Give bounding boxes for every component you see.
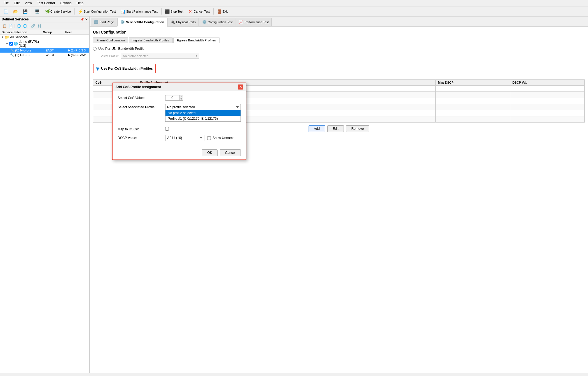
dscp-value-label: DSCP Value:: [118, 136, 162, 140]
dialog-footer: OK Cancel: [113, 147, 246, 159]
unlink-button[interactable]: ⛓️: [36, 23, 42, 29]
tab-start-page[interactable]: ℹ️ Start Page: [91, 18, 117, 26]
map-to-dscp-checkbox[interactable]: [165, 127, 169, 131]
panel-pin-icon[interactable]: 📌: [80, 18, 84, 21]
tab-physical-ports[interactable]: 🔌 Physical Ports: [167, 18, 199, 26]
remove-button[interactable]: Remove: [346, 125, 369, 132]
menu-view[interactable]: View: [22, 1, 34, 6]
tree-item-port-0[interactable]: 🔧 (0) P-0-3-2 EAST ▶ (1) P-0-3-3: [0, 48, 89, 53]
cancel-test-button[interactable]: ✖ Cancel Test: [186, 8, 211, 15]
add-item-button[interactable]: 🌐: [16, 23, 22, 29]
port-1-label: (1) P-0-3-3: [15, 53, 31, 57]
start-perf-test-label: Start Performance Test: [126, 10, 158, 13]
save-icon: 💾: [23, 9, 27, 14]
all-services-label: All Services: [10, 35, 28, 39]
show-unnamed-checkbox[interactable]: [207, 136, 211, 140]
map-dscp-cell: [436, 104, 510, 110]
menu-options[interactable]: Options: [58, 1, 74, 6]
profile-select-dropdown[interactable]: No profile selected ▾: [121, 53, 199, 59]
per-cos-label[interactable]: Use Per-CoS Bandwidth Profiles: [101, 67, 153, 70]
save-button[interactable]: 💾: [21, 8, 29, 15]
profile-select-row: Select Profile: No profile selected ▾: [100, 53, 585, 59]
spinbox-down-button[interactable]: ▼: [179, 98, 183, 101]
dscp-val-cell: [510, 116, 585, 123]
start-perf-test-icon: 📊: [121, 9, 125, 14]
panel-separator: [15, 24, 15, 28]
cos-value-spinbox-input[interactable]: [165, 95, 179, 101]
tree-item-all-services[interactable]: ▼ 📁 All Services: [0, 35, 89, 39]
cos-radio: Use Per-CoS Bandwidth Profiles: [96, 67, 153, 70]
add-cos-profile-dialog: Add CoS Profile Assignment ✕ Select CoS …: [112, 83, 246, 160]
menu-test-control[interactable]: Test Control: [35, 1, 57, 6]
new-button[interactable]: 📄: [2, 8, 10, 15]
ok-button[interactable]: OK: [202, 149, 217, 156]
dropdown-item-profile-1[interactable]: Profile #1 (C:0/12176, E:0/12176): [165, 116, 241, 121]
per-cos-radio[interactable]: [96, 67, 99, 70]
config-item-button[interactable]: 🌐: [22, 23, 28, 29]
tab-service-uni-config[interactable]: ⚙️ Service/UNI Configuration: [117, 18, 167, 27]
menu-edit[interactable]: Edit: [11, 1, 22, 6]
expand-icon[interactable]: ▼: [1, 36, 4, 39]
edit-button[interactable]: Edit: [327, 125, 344, 132]
menu-help[interactable]: Help: [74, 1, 86, 6]
service-uni-tab-label: Service/UNI Configuration: [126, 20, 164, 24]
tab-perf-test[interactable]: 📈 Performance Test: [236, 18, 272, 26]
per-uni-radio[interactable]: [93, 47, 97, 51]
service-checkbox[interactable]: [9, 42, 13, 46]
sub-tab-frame-config[interactable]: Frame Configuration: [93, 37, 128, 43]
associated-profile-field: Select Associated Profile: No profile se…: [118, 104, 241, 110]
start-page-tab-icon: ℹ️: [94, 20, 98, 24]
expand-icon-evpl[interactable]: ▼: [6, 42, 8, 45]
service-icon: 🌐: [14, 42, 18, 46]
dropdown-item-no-profile[interactable]: No profile selected: [165, 110, 241, 116]
map-dscp-cell: [436, 92, 510, 98]
port-0-icon: 🔧: [10, 48, 14, 52]
dialog-close-button[interactable]: ✕: [238, 84, 243, 90]
content-area: UNI Configuration Frame Configuration In…: [90, 27, 588, 373]
dscp-val-cell: [510, 92, 585, 98]
perf-test-tab-icon: 📈: [239, 20, 243, 24]
associated-profile-select[interactable]: No profile selected Profile #1 (C:0/1217…: [165, 104, 241, 110]
sub-tab-egress-bw[interactable]: Egress Bandwidth Profiles: [173, 37, 220, 43]
start-perf-test-button[interactable]: 📊 Start Performance Test: [119, 8, 160, 15]
separator-4: [213, 8, 214, 15]
paste-button[interactable]: 📄: [8, 23, 13, 29]
tab-config-test[interactable]: ⚙️ Configuration Test: [199, 18, 235, 26]
show-unnamed-label[interactable]: Show Unnamed: [213, 136, 236, 140]
col-map-dscp: Map DSCP: [436, 80, 510, 86]
per-uni-label[interactable]: Use Per-UNI Bandwidth Profile: [98, 47, 144, 51]
start-config-test-button[interactable]: ⚡ Start Configuration Test: [76, 8, 118, 15]
dscp-value-select[interactable]: AF11 (10) AF12 (12) AF13 (14) BE (0): [165, 135, 204, 141]
tree-item-demo-evpl[interactable]: ▼ 🌐 demo (EVPL) (U:2): [0, 39, 89, 48]
spinbox-up-button[interactable]: ▲: [179, 95, 183, 98]
create-service-button[interactable]: 🌿 Create Service: [43, 8, 73, 15]
separator-1: [31, 8, 31, 15]
copy-button[interactable]: 📋: [2, 23, 7, 29]
stop-test-button[interactable]: ⬛ Stop Test: [163, 8, 185, 15]
dropdown-chevron-icon: ▾: [196, 54, 197, 58]
tabs-bar: ℹ️ Start Page ⚙️ Service/UNI Configurati…: [90, 17, 588, 27]
open-button[interactable]: 📂: [11, 8, 20, 15]
panel-separator-2: [29, 24, 29, 28]
dialog-title: Add CoS Profile Assignment: [115, 85, 161, 89]
map-dscp-cell: [436, 116, 510, 123]
tree-item-port-1[interactable]: 🔧 (1) P-0-3-3 WEST ▶ (0) P-0-3-2: [0, 53, 89, 57]
exit-button[interactable]: 🚪 Exit: [215, 8, 230, 15]
config-test-tab-icon: ⚙️: [202, 20, 207, 24]
map-to-dscp-label: Map to DSCP:: [118, 127, 162, 131]
add-button[interactable]: Add: [309, 125, 325, 132]
menu-file[interactable]: File: [1, 1, 11, 6]
add-chassis-button[interactable]: 🖥️: [33, 8, 42, 15]
dscp-val-cell: [510, 98, 585, 104]
tree-col-group-all: [45, 37, 67, 37]
peer-arrow-icon-1: ▶: [68, 53, 70, 57]
physical-ports-tab-icon: 🔌: [171, 20, 175, 24]
main-layout: Defined Services 📌 ✕ 📋 📄 🌐 🌐 🔗 ⛓️ Servic…: [0, 17, 588, 373]
radio-per-uni: Use Per-UNI Bandwidth Profile: [93, 47, 585, 51]
perf-test-tab-label: Performance Test: [244, 20, 269, 24]
dialog-body: Select CoS Value: ▲ ▼: [113, 91, 246, 147]
link-button[interactable]: 🔗: [30, 23, 36, 29]
panel-close-button[interactable]: ✕: [85, 18, 88, 21]
cancel-button[interactable]: Cancel: [220, 149, 241, 156]
sub-tab-ingress-bw[interactable]: Ingress Bandwidth Profiles: [129, 37, 172, 43]
